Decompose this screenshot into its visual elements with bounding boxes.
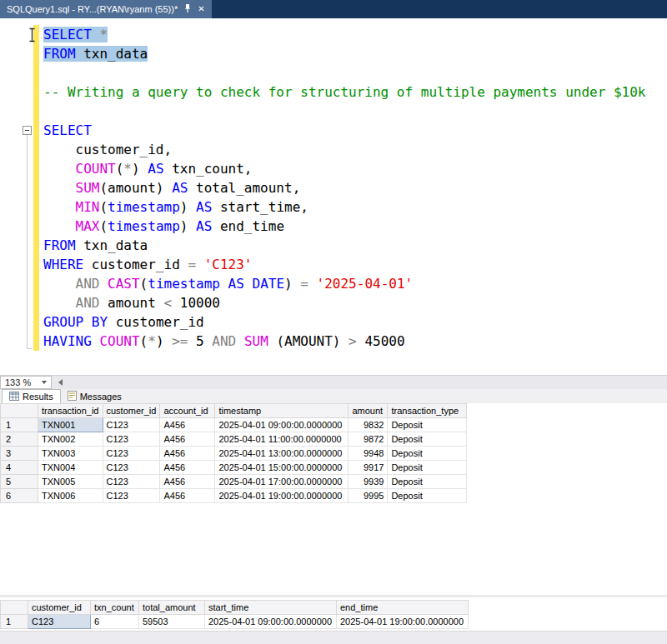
grid-cell[interactable]: 6	[91, 615, 139, 629]
row-header[interactable]: 4	[1, 461, 38, 475]
grid-cell[interactable]: C123	[103, 475, 160, 489]
document-tab[interactable]: SQLQuery1.sql - RY...(RYAN\ryanm (55))* …	[0, 0, 212, 18]
code-line[interactable]: FROM txn_data	[43, 44, 645, 63]
row-header[interactable]: 1	[1, 418, 38, 432]
row-header[interactable]: 3	[1, 447, 38, 461]
fold-region-end-tick	[27, 348, 32, 349]
grid-cell[interactable]: 9832	[349, 418, 388, 432]
grid-cell[interactable]: C123	[103, 447, 160, 461]
grid-cell[interactable]: 59503	[139, 615, 205, 629]
code-line[interactable]: AND CAST(timestamp AS DATE) = '2025-04-0…	[43, 274, 645, 293]
code-line[interactable]: SUM(amount) AS total_amount,	[43, 178, 645, 197]
grid-splitter[interactable]	[0, 595, 667, 597]
grid-cell[interactable]: Deposit	[388, 475, 467, 489]
change-tracking-bar	[33, 25, 39, 351]
grid-cell[interactable]: 9948	[349, 447, 388, 461]
code-line[interactable]: WHERE customer_id = 'C123'	[43, 255, 645, 274]
code-line[interactable]: MAX(timestamp) AS end_time	[43, 217, 645, 236]
code-line[interactable]: AND amount < 10000	[43, 293, 645, 312]
code-line[interactable]	[43, 63, 645, 82]
grid-cell[interactable]: 9917	[349, 461, 388, 475]
document-tab-title: SQLQuery1.sql - RY...(RYAN\ryanm (55))*	[7, 4, 178, 14]
close-icon[interactable]: ✕	[198, 5, 204, 13]
column-header[interactable]: txn_count	[91, 601, 139, 615]
column-header[interactable]: customer_id	[103, 404, 160, 418]
grid-cell[interactable]: 2025-04-01 17:00:00.0000000	[215, 475, 349, 489]
code-line[interactable]: customer_id,	[43, 140, 645, 159]
scroll-left-button[interactable]	[53, 376, 68, 389]
grid-cell[interactable]: Deposit	[388, 432, 467, 447]
grid-cell[interactable]: A456	[160, 418, 215, 432]
tab-messages[interactable]: Messages	[61, 389, 128, 403]
bottom-scrollbar[interactable]	[0, 631, 667, 644]
code-area[interactable]: SELECT *FROM txn_data-- Writing a query …	[43, 25, 645, 351]
row-header[interactable]: 2	[1, 432, 38, 447]
code-line[interactable]	[43, 102, 645, 121]
grid-cell[interactable]: TXN005	[38, 475, 103, 489]
code-line[interactable]: FROM txn_data	[43, 236, 645, 255]
grid-cell[interactable]: TXN003	[38, 447, 103, 461]
column-header[interactable]: account_id	[160, 404, 215, 418]
column-header[interactable]: customer_id	[28, 601, 91, 615]
sql-editor[interactable]: SELECT *FROM txn_data-- Writing a query …	[0, 18, 667, 375]
grid-cell[interactable]: 9995	[349, 489, 388, 503]
grid-cell[interactable]: Deposit	[388, 461, 467, 475]
pin-icon[interactable]	[183, 3, 192, 15]
row-header[interactable]: 6	[1, 489, 38, 503]
row-header[interactable]: 1	[1, 615, 28, 629]
grid-corner-header[interactable]	[1, 404, 38, 418]
row-header[interactable]: 5	[1, 475, 38, 489]
grid-corner-header[interactable]	[1, 601, 28, 615]
grid-cell[interactable]: 9939	[349, 475, 388, 489]
code-line[interactable]: MIN(timestamp) AS start_time,	[43, 197, 645, 217]
code-line[interactable]: SELECT *	[43, 25, 645, 44]
grid-cell[interactable]: TXN004	[38, 461, 103, 475]
grid-cell[interactable]: Deposit	[388, 447, 467, 461]
code-line[interactable]: GROUP BY customer_id	[43, 312, 645, 332]
grid-cell[interactable]: TXN002	[38, 432, 103, 447]
column-header[interactable]: timestamp	[215, 404, 349, 418]
column-header[interactable]: total_amount	[139, 601, 205, 615]
grid-cell[interactable]: 2025-04-01 19:00:00.0000000	[215, 489, 349, 503]
column-header[interactable]: start_time	[205, 601, 337, 615]
grid-cell[interactable]: A456	[160, 447, 215, 461]
grid-cell[interactable]: C123	[103, 418, 160, 432]
column-header[interactable]: transaction_type	[388, 404, 467, 418]
grid-cell[interactable]: TXN006	[38, 489, 103, 503]
code-line[interactable]: COUNT(*) AS txn_count,	[43, 159, 645, 178]
code-line[interactable]: -- Writing a query to check for structur…	[43, 82, 645, 102]
grid-cell[interactable]: 2025-04-01 15:00:00.0000000	[215, 461, 349, 475]
grid-cell[interactable]: Deposit	[388, 418, 467, 432]
column-header[interactable]: amount	[349, 404, 388, 418]
grid-cell[interactable]: 2025-04-01 09:00:00.0000000	[215, 418, 349, 432]
grid-cell[interactable]: A456	[160, 461, 215, 475]
grid-cell[interactable]: C123	[28, 615, 91, 629]
grid-cell[interactable]: A456	[160, 475, 215, 489]
column-header[interactable]: transaction_id	[38, 404, 103, 418]
grid-cell[interactable]: A456	[160, 489, 215, 503]
fold-collapse-icon[interactable]	[23, 126, 32, 135]
grid-cell[interactable]: C123	[103, 432, 160, 447]
summary-grid[interactable]: customer_idtxn_counttotal_amountstart_ti…	[0, 600, 469, 629]
column-header[interactable]: end_time	[337, 601, 469, 615]
grid-cell[interactable]: A456	[160, 432, 215, 447]
table-row: 6TXN006C123A4562025-04-01 19:00:00.00000…	[1, 489, 467, 503]
code-line[interactable]: SELECT	[43, 121, 645, 140]
results-grid[interactable]: transaction_idcustomer_idaccount_idtimes…	[0, 403, 467, 503]
code-line[interactable]: HAVING COUNT(*) >= 5 AND SUM (AMOUNT) > …	[43, 332, 645, 351]
grid-cell[interactable]: TXN001	[38, 418, 103, 432]
grid-cell[interactable]: Deposit	[388, 489, 467, 503]
tab-results[interactable]: Results	[2, 389, 61, 403]
results-grid-icon	[9, 392, 19, 402]
grid-cell[interactable]: C123	[103, 489, 160, 503]
document-tab-bar: SQLQuery1.sql - RY...(RYAN\ryanm (55))* …	[0, 0, 667, 18]
grid-cell[interactable]: 9872	[349, 432, 388, 447]
grid-cell[interactable]: 2025-04-01 19:00:00.0000000	[337, 615, 469, 629]
grid-cell[interactable]: 2025-04-01 11:00:00.0000000	[215, 432, 349, 447]
ssms-window: SQLQuery1.sql - RY...(RYAN\ryanm (55))* …	[0, 0, 667, 644]
table-row: 4TXN004C123A4562025-04-01 15:00:00.00000…	[1, 461, 467, 475]
grid-cell[interactable]: 2025-04-01 09:00:00.0000000	[205, 615, 337, 629]
zoom-control[interactable]: 133 %	[0, 376, 52, 389]
grid-cell[interactable]: C123	[103, 461, 160, 475]
grid-cell[interactable]: 2025-04-01 13:00:00.0000000	[215, 447, 349, 461]
